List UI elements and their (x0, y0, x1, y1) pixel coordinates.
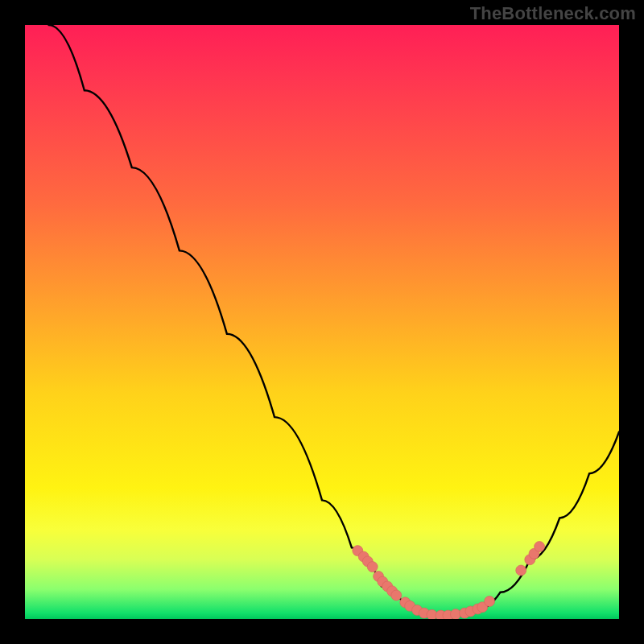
plot-area (25, 25, 619, 619)
chart-container: TheBottleneck.com (0, 0, 644, 644)
data-point (516, 565, 526, 576)
curve-points (353, 542, 545, 620)
data-point (367, 562, 378, 572)
data-point (485, 596, 495, 606)
bottleneck-curve (49, 25, 620, 616)
data-point (535, 542, 545, 552)
attribution-text: TheBottleneck.com (470, 3, 636, 24)
data-point (391, 590, 402, 601)
curve-svg (25, 25, 619, 619)
